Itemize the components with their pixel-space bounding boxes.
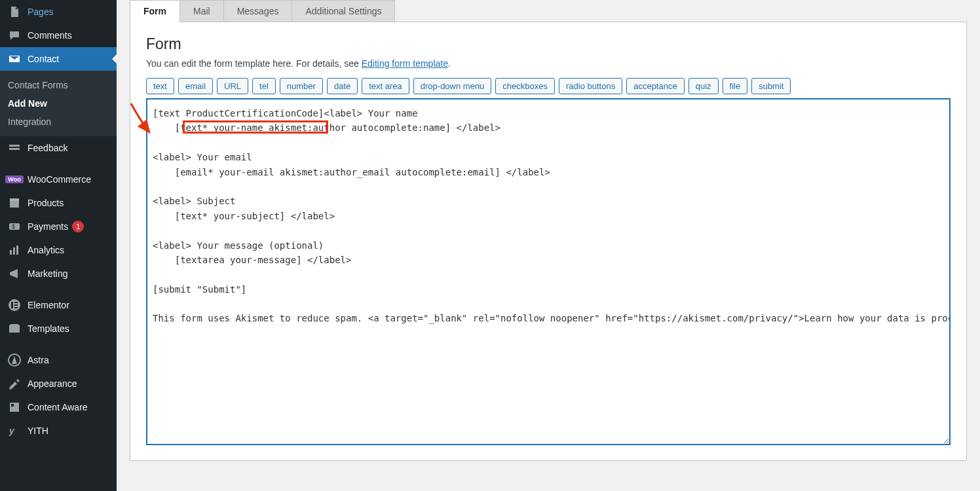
svg-text:$: $ <box>12 223 15 230</box>
sidebar-sub-integration[interactable]: Integration <box>0 113 117 131</box>
sidebar-item-analytics[interactable]: Analytics <box>0 238 117 262</box>
svg-rect-7 <box>13 247 15 255</box>
sidebar-item-woocommerce[interactable]: Woo WooCommerce <box>0 168 117 191</box>
templates-icon <box>8 322 21 335</box>
sidebar-item-label: Analytics <box>28 245 64 255</box>
sidebar-item-templates[interactable]: Templates <box>0 317 117 340</box>
sidebar-item-label: Astra <box>28 355 49 365</box>
tag-btn-textarea[interactable]: text area <box>362 78 409 94</box>
panel-hint: You can edit the form template here. For… <box>146 58 951 69</box>
sidebar-item-feedback[interactable]: Feedback <box>0 136 117 160</box>
sidebar-item-comments[interactable]: Comments <box>0 24 117 47</box>
appearance-icon <box>8 377 21 390</box>
astra-icon <box>8 354 21 367</box>
tag-btn-url[interactable]: URL <box>217 78 248 94</box>
sidebar-item-label: WooCommerce <box>28 174 91 185</box>
sidebar-item-label: Elementor <box>28 300 69 310</box>
form-panel: Form You can edit the form template here… <box>130 22 967 461</box>
main-content: Form Mail Messages Additional Settings F… <box>117 0 980 491</box>
panel-heading: Form <box>146 35 951 53</box>
woo-icon: Woo <box>8 173 21 186</box>
tag-btn-dropdown[interactable]: drop-down menu <box>413 78 492 94</box>
payments-badge: 1 <box>72 221 84 232</box>
svg-rect-2 <box>10 200 19 208</box>
tag-btn-quiz[interactable]: quiz <box>688 78 719 94</box>
tab-additional-settings[interactable]: Additional Settings <box>292 0 395 22</box>
form-template-textarea[interactable] <box>146 98 951 445</box>
sidebar-item-label: Content Aware <box>28 402 88 412</box>
sidebar-item-label: Contact <box>28 54 59 64</box>
sidebar-item-label: Payments <box>28 221 68 232</box>
svg-rect-0 <box>9 145 20 147</box>
tag-btn-text[interactable]: text <box>146 78 174 94</box>
sidebar-item-label: Marketing <box>28 268 67 279</box>
admin-sidebar: Pages Comments Contact Contact Forms Add… <box>0 0 117 491</box>
svg-rect-12 <box>14 304 18 306</box>
hint-prefix: You can edit the form template here. For… <box>146 58 362 69</box>
feedback-icon <box>8 141 21 155</box>
svg-rect-10 <box>11 302 13 308</box>
sidebar-sub-add-new[interactable]: Add New <box>0 94 117 113</box>
payments-icon: $ <box>8 220 21 233</box>
svg-rect-13 <box>14 307 18 308</box>
sidebar-item-elementor[interactable]: Elementor <box>0 293 117 317</box>
pages-icon <box>8 5 21 18</box>
svg-text:y: y <box>9 426 15 436</box>
sidebar-item-label: Templates <box>28 323 69 334</box>
tag-btn-checkboxes[interactable]: checkboxes <box>495 78 555 94</box>
sidebar-item-label: YITH <box>28 426 48 436</box>
marketing-icon <box>8 267 21 280</box>
tab-messages[interactable]: Messages <box>224 0 293 22</box>
tag-btn-number[interactable]: number <box>280 78 323 94</box>
sidebar-item-label: Pages <box>28 7 54 17</box>
sidebar-item-products[interactable]: Products <box>0 191 117 215</box>
sidebar-item-label: Products <box>28 198 64 208</box>
svg-rect-1 <box>9 148 20 150</box>
contact-icon <box>8 52 21 65</box>
tag-btn-acceptance[interactable]: acceptance <box>626 78 685 94</box>
yith-icon: y <box>8 424 21 437</box>
analytics-icon <box>8 244 21 257</box>
editor-tabs: Form Mail Messages Additional Settings <box>130 0 967 22</box>
sidebar-sub-contact-forms[interactable]: Contact Forms <box>0 76 117 94</box>
svg-rect-3 <box>10 198 19 200</box>
sidebar-item-appearance[interactable]: Appearance <box>0 372 117 395</box>
svg-rect-16 <box>11 404 14 407</box>
tab-form[interactable]: Form <box>130 0 180 22</box>
contentaware-icon <box>8 401 21 414</box>
comments-icon <box>8 29 21 42</box>
svg-rect-11 <box>14 302 18 303</box>
tag-btn-radio[interactable]: radio buttons <box>559 78 622 94</box>
tag-buttons-row: text email URL tel number date text area… <box>146 78 951 94</box>
tag-btn-tel[interactable]: tel <box>252 78 276 94</box>
sidebar-item-label: Comments <box>28 30 72 41</box>
hint-suffix: . <box>448 58 451 69</box>
sidebar-item-contact[interactable]: Contact <box>0 47 117 71</box>
products-icon <box>8 196 21 209</box>
sidebar-item-label: Appearance <box>28 378 77 389</box>
sidebar-item-astra[interactable]: Astra <box>0 348 117 372</box>
svg-rect-6 <box>10 250 12 255</box>
sidebar-submenu-contact: Contact Forms Add New Integration <box>0 71 117 136</box>
sidebar-item-pages[interactable]: Pages <box>0 0 117 24</box>
tag-btn-file[interactable]: file <box>723 78 748 94</box>
sidebar-item-marketing[interactable]: Marketing <box>0 262 117 285</box>
elementor-icon <box>8 299 21 312</box>
sidebar-item-label: Feedback <box>28 143 67 153</box>
link-editing-template[interactable]: Editing form template <box>362 58 448 69</box>
tag-btn-date[interactable]: date <box>327 78 358 94</box>
sidebar-item-yith[interactable]: y YITH <box>0 419 117 443</box>
tag-btn-email[interactable]: email <box>178 78 213 94</box>
sidebar-item-payments[interactable]: $ Payments 1 <box>0 215 117 238</box>
sidebar-item-contentaware[interactable]: Content Aware <box>0 395 117 419</box>
tag-btn-submit[interactable]: submit <box>751 78 791 94</box>
svg-rect-8 <box>16 245 18 255</box>
tab-mail[interactable]: Mail <box>180 0 224 22</box>
